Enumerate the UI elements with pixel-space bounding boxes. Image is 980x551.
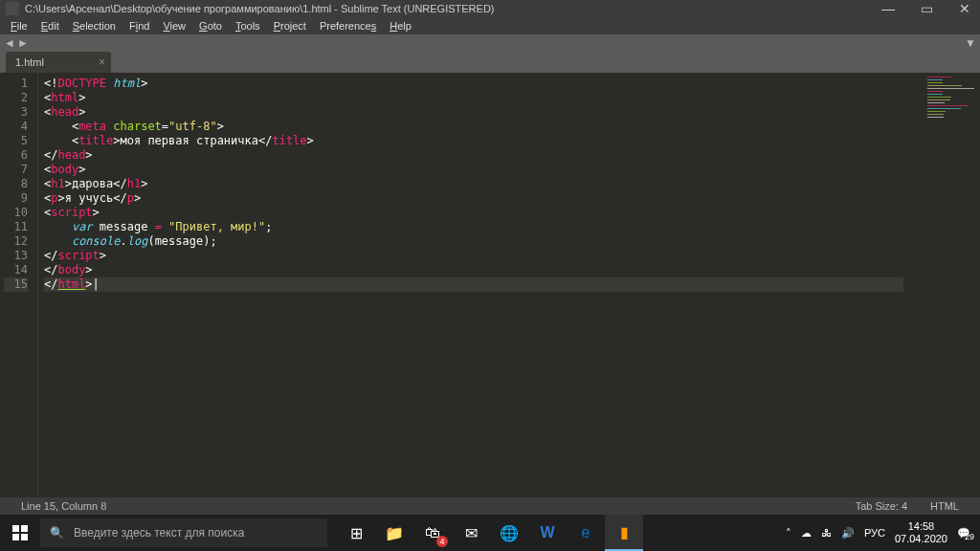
menu-project[interactable]: Project bbox=[269, 20, 311, 32]
gutter: 123456789101112131415 bbox=[0, 73, 38, 497]
tab-label: 1.html bbox=[15, 56, 44, 68]
tab-file-1[interactable]: 1.html × bbox=[6, 52, 111, 73]
window-titlebar: C:\Users\Арсенал\Desktop\обучение програ… bbox=[0, 0, 980, 17]
sublime-icon[interactable]: ▮ bbox=[605, 515, 643, 551]
search-icon: 🔍 bbox=[50, 526, 64, 540]
menu-preferences[interactable]: Preferences bbox=[315, 20, 381, 32]
status-tabsize[interactable]: Tab Size: 4 bbox=[844, 500, 919, 512]
app-icon bbox=[6, 2, 19, 15]
tray-network-icon[interactable]: 🖧 bbox=[821, 527, 832, 539]
start-button[interactable] bbox=[0, 515, 40, 551]
code-area[interactable]: <!DOCTYPE html><html><head> <meta charse… bbox=[38, 73, 903, 497]
chrome-icon[interactable]: 🌐 bbox=[490, 515, 528, 551]
mail-icon[interactable]: ✉ bbox=[452, 515, 490, 551]
svg-rect-0 bbox=[12, 525, 19, 532]
edge-icon[interactable]: e bbox=[567, 515, 605, 551]
tab-close-icon[interactable]: × bbox=[99, 55, 105, 69]
status-language[interactable]: HTML bbox=[919, 500, 970, 512]
tray-clock[interactable]: 14:58 07.04.2020 bbox=[895, 520, 947, 545]
menu-file[interactable]: File bbox=[6, 20, 33, 32]
minimap[interactable] bbox=[903, 73, 980, 497]
window-controls: ― ▭ ✕ bbox=[879, 1, 974, 16]
nav-forward-icon[interactable]: ► bbox=[17, 36, 29, 50]
close-button[interactable]: ✕ bbox=[955, 1, 974, 16]
windows-icon bbox=[12, 525, 28, 540]
system-tray: ˄ ☁ 🖧 🔊 РУС 14:58 07.04.2020 💬29 bbox=[776, 520, 980, 545]
status-position[interactable]: Line 15, Column 8 bbox=[10, 500, 118, 512]
tray-volume-icon[interactable]: 🔊 bbox=[841, 527, 855, 540]
minimize-button[interactable]: ― bbox=[879, 1, 898, 16]
svg-rect-2 bbox=[12, 534, 19, 540]
word-icon[interactable]: W bbox=[528, 515, 567, 551]
taskbar-search[interactable]: 🔍 Введите здесь текст для поиска bbox=[40, 518, 327, 547]
taskbar-apps: ⊞ 📁 🛍 ✉ 🌐 W e ▮ bbox=[337, 515, 643, 551]
menubar: File Edit Selection Find View Goto Tools… bbox=[0, 17, 980, 34]
nav-back-icon[interactable]: ◄ bbox=[4, 36, 15, 50]
tray-date: 07.04.2020 bbox=[895, 533, 947, 545]
menu-view[interactable]: View bbox=[158, 20, 190, 32]
tray-notifications-icon[interactable]: 💬29 bbox=[957, 527, 970, 540]
svg-rect-3 bbox=[21, 534, 28, 540]
menu-find[interactable]: Find bbox=[124, 20, 154, 32]
tab-bar: 1.html × bbox=[0, 52, 980, 73]
menu-goto[interactable]: Goto bbox=[194, 20, 227, 32]
minimap-content bbox=[927, 77, 974, 120]
window-title: C:\Users\Арсенал\Desktop\обучение програ… bbox=[25, 3, 879, 14]
menu-help[interactable]: Help bbox=[385, 20, 416, 32]
editor: 123456789101112131415 <!DOCTYPE html><ht… bbox=[0, 73, 980, 497]
panel-switch-icon[interactable]: ▼ bbox=[965, 36, 976, 50]
menu-tools[interactable]: Tools bbox=[231, 20, 265, 32]
tray-time: 14:58 bbox=[895, 520, 947, 533]
tray-language[interactable]: РУС bbox=[864, 527, 885, 539]
tray-chevron-icon[interactable]: ˄ bbox=[786, 527, 791, 540]
statusbar: Line 15, Column 8 Tab Size: 4 HTML bbox=[0, 497, 980, 515]
search-placeholder: Введите здесь текст для поиска bbox=[74, 526, 244, 540]
menu-selection[interactable]: Selection bbox=[68, 20, 121, 32]
taskview-icon[interactable]: ⊞ bbox=[337, 515, 375, 551]
maximize-button[interactable]: ▭ bbox=[917, 1, 936, 16]
taskbar: 🔍 Введите здесь текст для поиска ⊞ 📁 🛍 ✉… bbox=[0, 515, 980, 551]
svg-rect-1 bbox=[21, 525, 28, 532]
explorer-icon[interactable]: 📁 bbox=[375, 515, 413, 551]
navigation-bar: ◄ ► ▼ bbox=[0, 34, 980, 52]
menu-edit[interactable]: Edit bbox=[36, 20, 64, 32]
store-icon[interactable]: 🛍 bbox=[413, 515, 452, 551]
tray-onedrive-icon[interactable]: ☁ bbox=[801, 527, 812, 540]
